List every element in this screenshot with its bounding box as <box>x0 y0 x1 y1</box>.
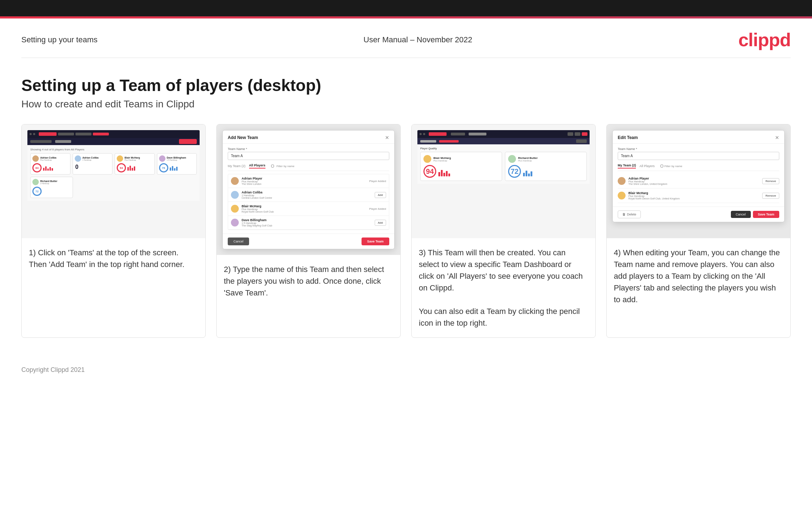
copyright-text: Copyright Clippd 2021 <box>21 366 85 373</box>
ss4-filter-checkbox[interactable] <box>660 165 663 167</box>
ss3-p1-score: 94 <box>423 165 436 178</box>
ss1-logo-block <box>39 132 57 136</box>
ss2-close-icon[interactable]: ✕ <box>385 135 389 140</box>
card-3: Player Quality Blair McHarg Plus Handica… <box>411 124 596 338</box>
ss2-player-item-2: Adrian Coliba 1 HandicapCentral London G… <box>228 188 389 202</box>
ss4-title: Edit Team <box>618 135 638 140</box>
ss4-team-name-input[interactable] <box>618 152 779 160</box>
ss1-subnav-item1 <box>30 140 52 143</box>
ss3-p2-avatar <box>508 155 516 163</box>
ss2-save-btn[interactable]: Save Team <box>362 238 389 245</box>
ss4-p1-info: Adrian Player Plus HandicapThe Shire Lon… <box>628 177 759 185</box>
ss3-topbar <box>417 130 590 138</box>
ss2-body: Team Name * My Team (2) All Players Filt… <box>223 144 394 234</box>
ss2-p3-status: Player Added <box>369 207 386 210</box>
manual-title: User Manual – November 2022 <box>364 35 473 44</box>
ss1-p1-top: Adrian Coliba Plus Handicap <box>32 155 68 162</box>
ss2-p1-avatar <box>231 177 239 185</box>
ss2-cancel-btn[interactable]: Cancel <box>228 238 249 245</box>
ss2-tab-my-team[interactable]: My Team (2) <box>228 164 246 168</box>
ss4-tab-my-team[interactable]: My Team (2) <box>618 164 636 169</box>
ss1-p3-score: 94 <box>117 163 126 172</box>
ss4-mockup: Edit Team ✕ Team Name * My Team (2) All … <box>612 130 785 222</box>
ss4-p2-remove-btn[interactable]: Remove <box>762 193 779 199</box>
ss2-mockup: Add New Team ✕ Team Name * My Team (2) A… <box>222 130 395 249</box>
ss2-title: Add New Team <box>228 135 258 140</box>
ss3-mockup: Player Quality Blair McHarg Plus Handica… <box>417 130 590 184</box>
ss1-desc: Showing 4 out of 8 players from All Play… <box>30 148 197 151</box>
ss2-p4-avatar <box>231 219 239 226</box>
ss4-save-btn[interactable]: Save Team <box>753 211 779 218</box>
trash-icon: 🗑 <box>622 213 626 216</box>
ss1-add-team-btn <box>179 139 197 144</box>
ss2-p3-avatar <box>231 205 239 213</box>
ss1-p4-bars <box>170 165 178 171</box>
ss4-cancel-btn[interactable]: Cancel <box>731 211 751 218</box>
ss4-player-item-1: Adrian Player Plus HandicapThe Shire Lon… <box>618 174 779 188</box>
ss4-tab-all-players[interactable]: All Players <box>639 164 655 168</box>
ss1-dot1 <box>30 133 32 135</box>
ss1-p3-score-row: 94 <box>117 163 153 172</box>
card-4-screenshot: Edit Team ✕ Team Name * My Team (2) All … <box>607 124 790 238</box>
ss1-p2-score-row: 0 <box>75 163 111 171</box>
card-1-screenshot: Showing 4 out of 8 players from All Play… <box>22 124 205 238</box>
ss2-team-name-label: Team Name * <box>228 147 389 151</box>
card-3-screenshot: Player Quality Blair McHarg Plus Handica… <box>412 124 595 238</box>
ss2-player-item-4: Dave Billingham 1.5 HandicapThe Stag May… <box>228 216 389 230</box>
footer: Copyright Clippd 2021 <box>0 359 812 381</box>
ss1-player2: Adrian Coliba 1 Handicap 0 <box>73 153 113 175</box>
ss3-icon1 <box>568 132 573 136</box>
ss3-p2-bars <box>523 169 532 176</box>
ss1-p5-top: Richard Butler 2 Handicap <box>32 179 71 185</box>
ss3-subnav <box>417 138 590 144</box>
ss1-p1-info: Adrian Coliba Plus Handicap <box>40 156 57 161</box>
ss4-p1-remove-btn[interactable]: Remove <box>762 178 779 184</box>
ss2-p1-name: Adrian Player <box>242 177 366 180</box>
ss1-p3-info: Blair McHarg Plus Handicap <box>125 156 140 161</box>
ss3-p2-info: Richard Butler Plus Handicap <box>518 156 538 162</box>
card-2-screenshot: Add New Team ✕ Team Name * My Team (2) A… <box>217 124 400 255</box>
ss3-p2-metrics: 72 <box>508 165 584 178</box>
card-4-text: 4) When editing your Team, you can chang… <box>607 238 790 337</box>
ss3-players-row: Blair McHarg Plus Handicap 94 <box>420 152 587 181</box>
ss1-p4-info: Dave Billingham 1.5 Handicap <box>167 156 186 161</box>
ss1-player4: Dave Billingham 1.5 Handicap 78 <box>157 153 197 175</box>
ss3-icon2 <box>575 132 580 136</box>
ss2-player-item-3: Blair McHarg Plus HandicapRoyal North De… <box>228 202 389 216</box>
ss2-footer: Cancel Save Team <box>223 234 394 249</box>
cards-container: Showing 4 out of 8 players from All Play… <box>0 124 812 359</box>
ss2-p4-info: Dave Billingham 1.5 HandicapThe Stag May… <box>242 218 372 227</box>
ss3-label: Player Quality <box>420 147 437 150</box>
ss1-p5-info: Richard Butler 2 Handicap <box>40 180 57 185</box>
ss1-nav2 <box>75 133 91 135</box>
card-2: Add New Team ✕ Team Name * My Team (2) A… <box>216 124 401 338</box>
ss1-p1-avatar <box>32 155 39 162</box>
ss2-player-list: Adrian Player Plus HandicapThe Shire Lon… <box>228 174 389 230</box>
ss1-p3-bars <box>127 165 135 171</box>
ss2-tab-all-players[interactable]: All Players <box>249 164 265 169</box>
ss2-p4-detail: 1.5 HandicapThe Stag Mayfing Golf Club <box>242 222 372 227</box>
ss4-p1-detail: Plus HandicapThe Shire London, United Ki… <box>628 180 759 185</box>
ss2-p4-add-btn[interactable]: Add <box>375 220 386 226</box>
ss2-filter-checkbox[interactable] <box>271 165 274 167</box>
ss1-p1-score-row: 84 <box>32 163 68 172</box>
ss4-p2-avatar <box>618 192 626 199</box>
ss4-p2-info: Blair McHarg Plus HandicapRoyal North De… <box>628 191 759 200</box>
ss3-content: Player Quality Blair McHarg Plus Handica… <box>417 144 590 184</box>
ss4-close-icon[interactable]: ✕ <box>775 135 779 140</box>
section-title: Setting up your teams <box>21 35 97 44</box>
ss3-p1-avatar <box>423 155 431 163</box>
ss3-dot1 <box>420 133 422 135</box>
ss4-header: Edit Team ✕ <box>613 130 784 144</box>
ss2-p1-detail: Plus HandicapThe Shire London <box>242 180 366 185</box>
ss3-player2: Richard Butler Plus Handicap 72 <box>505 152 587 181</box>
ss1-row2: Richard Butler 2 Handicap 72 <box>30 177 73 198</box>
ss4-delete-btn[interactable]: 🗑 Delete <box>618 210 641 218</box>
ss1-player3: Blair McHarg Plus Handicap 94 <box>115 153 155 175</box>
ss2-p4-name: Dave Billingham <box>242 218 372 222</box>
ss4-footer-right: Cancel Save Team <box>731 211 779 218</box>
ss3-nav1 <box>451 133 465 135</box>
ss2-p2-add-btn[interactable]: Add <box>375 192 386 198</box>
ss1-p1-score: 84 <box>32 163 42 172</box>
ss2-team-name-input[interactable] <box>228 152 389 160</box>
